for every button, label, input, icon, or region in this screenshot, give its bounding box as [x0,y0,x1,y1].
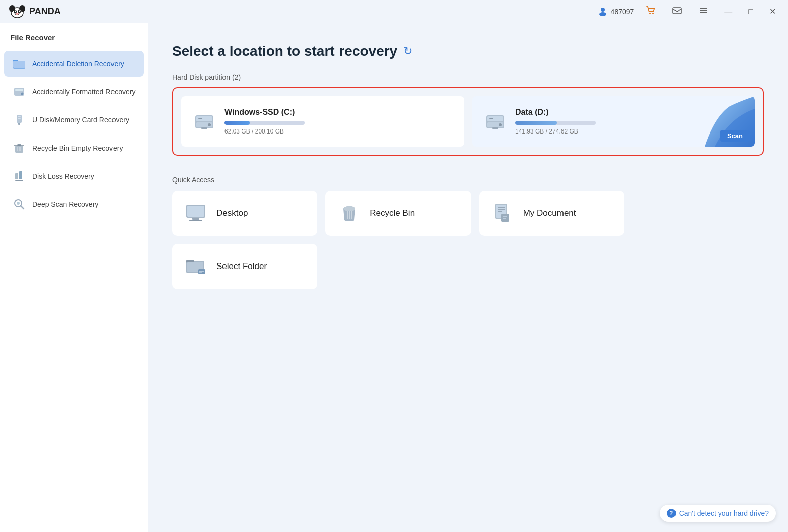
sidebar-title: File Recover [0,33,148,50]
partition-area: Windows-SSD (C:) 62.03 GB / 200.10 GB Da… [172,87,764,156]
document-icon [491,202,514,225]
sidebar-label-deepscan: Deep Scan Recovery [32,200,98,208]
svg-rect-29 [18,123,20,125]
quick-card-recycle[interactable]: Recycle Bin [325,191,471,236]
disk-loss-icon [12,169,26,183]
svg-point-13 [649,13,651,14]
sidebar-item-accidental[interactable]: Accidental Deletion Recovery [4,51,144,77]
disk-c-bar-bg [224,121,305,125]
svg-point-46 [208,123,211,126]
svg-line-40 [21,206,24,209]
titlebar-right: 487097 — □ ✕ [598,4,780,20]
svg-point-59 [343,206,355,211]
usb-icon [12,113,26,127]
sidebar-label-udisk: U Disk/Memory Card Recovery [32,116,129,124]
help-section: ? Can't detect your hard drive? [660,505,776,522]
logo-text: PANDA [29,6,61,17]
app-logo: PANDA [8,3,61,21]
quick-card-desktop[interactable]: Desktop [172,191,317,236]
mail-icon [672,6,682,16]
svg-point-41 [17,202,20,205]
user-info: 487097 [598,7,634,17]
svg-rect-74 [198,269,205,274]
page-title: Select a location to start recovery [172,43,397,59]
svg-rect-22 [13,61,25,68]
mail-button[interactable] [668,4,686,20]
sidebar-label-formatted: Accidentally Formatted Recovery [32,88,135,96]
svg-point-12 [599,12,606,16]
svg-rect-47 [201,127,207,129]
maximize-button[interactable]: □ [744,5,757,18]
deep-scan-icon [12,197,26,211]
svg-rect-24 [15,89,23,91]
minimize-button[interactable]: — [720,5,736,18]
quick-mydoc-label: My Document [523,208,576,218]
quick-card-mydoc[interactable]: My Document [479,191,624,236]
quick-access-label: Quick Access [172,176,764,184]
disk-c-name: Windows-SSD (C:) [224,108,454,117]
svg-rect-27 [18,116,21,117]
sidebar: File Recover Accidental Deletion Recover… [0,23,148,532]
sidebar-label-diskloss: Disk Loss Recovery [32,172,94,180]
hamburger-icon [698,6,708,16]
close-button[interactable]: ✕ [765,5,780,18]
titlebar-left: PANDA [8,3,61,21]
cart-button[interactable] [642,4,660,20]
disk-d-bar-fill [515,121,557,125]
format-hdd-icon [12,85,26,99]
panda-logo-icon [8,3,26,21]
svg-rect-57 [189,220,202,221]
scan-overlay: Scan [695,96,755,147]
svg-rect-37 [19,171,22,179]
scan-badge[interactable]: Scan [720,130,750,142]
disk-c-info: Windows-SSD (C:) 62.03 GB / 200.10 GB [224,108,454,135]
sidebar-item-formatted[interactable]: Accidentally Formatted Recovery [4,79,144,105]
menu-button[interactable] [694,4,712,20]
svg-point-7 [19,10,20,12]
svg-rect-55 [187,206,204,217]
folder-open-icon [12,57,26,71]
sidebar-item-recycle[interactable]: Recycle Bin Empty Recovery [4,135,144,161]
user-icon [598,7,608,17]
recycle-bin-icon [12,141,26,155]
sidebar-item-diskloss[interactable]: Disk Loss Recovery [4,163,144,189]
cart-icon [646,6,656,16]
svg-point-25 [21,93,24,95]
select-folder-icon [184,255,207,278]
sidebar-label-accidental: Accidental Deletion Recovery [32,60,124,68]
svg-rect-38 [15,180,23,181]
sidebar-label-recycle: Recycle Bin Empty Recovery [32,144,123,152]
app-layout: File Recover Accidental Deletion Recover… [0,23,788,532]
disk-c-icon [191,108,217,135]
quick-desktop-label: Desktop [216,208,248,218]
svg-rect-28 [18,118,21,119]
disk-card-d[interactable]: Data (D:) 141.93 GB / 274.62 GB [472,96,755,147]
help-question-icon: ? [667,509,676,518]
disk-d-icon [482,108,508,135]
help-link-text: Can't detect your hard drive? [679,509,769,517]
svg-rect-36 [15,173,18,179]
svg-rect-53 [492,127,498,129]
svg-point-6 [15,10,16,12]
main-content: Select a location to start recovery ↻ Ha… [148,23,788,532]
sidebar-item-udisk[interactable]: U Disk/Memory Card Recovery [4,107,144,133]
disk-card-c[interactable]: Windows-SSD (C:) 62.03 GB / 200.10 GB [181,96,464,147]
disk-section-label: Hard Disk partition (2) [172,73,764,81]
disk-d-bar-bg [515,121,596,125]
svg-rect-45 [198,118,202,119]
sidebar-item-deepscan[interactable]: Deep Scan Recovery [4,191,144,217]
disk-c-bar-fill [224,121,250,125]
quick-recycle-label: Recycle Bin [370,208,415,218]
svg-point-52 [499,123,502,126]
svg-rect-68 [501,214,509,222]
quick-card-selectfolder[interactable]: Select Folder [172,244,317,289]
refresh-icon[interactable]: ↻ [403,45,412,58]
user-id: 487097 [611,8,634,16]
svg-point-11 [601,8,605,12]
svg-point-10 [18,14,19,15]
help-link[interactable]: ? Can't detect your hard drive? [660,505,776,522]
titlebar: PANDA 487097 — □ ✕ [0,0,788,23]
recycle-bin-quick-icon [337,202,361,225]
svg-rect-15 [673,8,681,14]
desktop-icon [184,202,207,225]
